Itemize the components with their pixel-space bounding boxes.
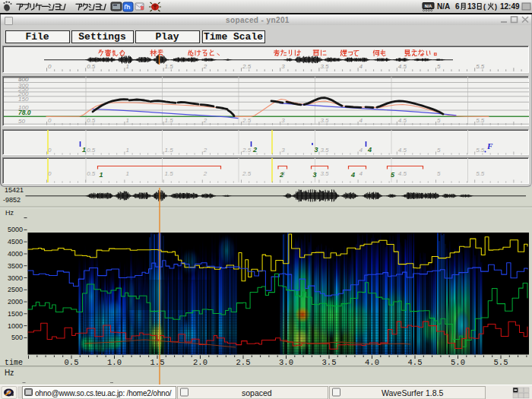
svg-text:4.5: 4.5 <box>397 117 407 124</box>
svg-text:50: 50 <box>18 118 25 125</box>
svg-text:3.5: 3.5 <box>320 146 329 153</box>
svg-text:0: 0 <box>48 170 52 177</box>
svg-text:1.5: 1.5 <box>164 117 173 124</box>
svg-text:2: 2 <box>202 62 207 69</box>
svg-text:F: F <box>486 141 493 150</box>
svg-text:0.5: 0.5 <box>65 357 79 366</box>
svg-text:5: 5 <box>437 146 441 153</box>
svg-text:2: 2 <box>252 145 257 153</box>
svg-text:5000: 5000 <box>8 226 23 233</box>
svg-text:1: 1 <box>82 145 86 153</box>
svg-text:0: 0 <box>48 146 52 153</box>
svg-text:5: 5 <box>437 62 441 69</box>
svg-text:4.5: 4.5 <box>397 62 407 69</box>
svg-text:6: 6 <box>455 2 460 11</box>
svg-text:0.5: 0.5 <box>87 62 96 69</box>
svg-text:3500: 3500 <box>8 262 23 270</box>
svg-text:5.5: 5.5 <box>476 170 485 177</box>
svg-text:1500: 1500 <box>8 310 23 318</box>
svg-text:4: 4 <box>359 117 363 124</box>
svg-text:Hz: Hz <box>5 209 14 217</box>
svg-text:3.5: 3.5 <box>320 170 329 177</box>
svg-text:1: 1 <box>125 62 128 69</box>
svg-text:1: 1 <box>125 170 128 177</box>
svg-text:4: 4 <box>359 146 363 153</box>
svg-text:3: 3 <box>281 62 285 69</box>
svg-text:4: 4 <box>359 170 363 177</box>
svg-text:0.5: 0.5 <box>87 117 96 124</box>
svg-text:500: 500 <box>11 334 23 341</box>
svg-text:5.5: 5.5 <box>494 357 508 366</box>
svg-text:3: 3 <box>281 117 285 124</box>
svg-text:5: 5 <box>437 170 441 177</box>
svg-text:Hz: Hz <box>5 369 14 377</box>
svg-text:2500: 2500 <box>8 286 23 293</box>
svg-text:2.5: 2.5 <box>242 170 252 177</box>
svg-text:N/A: N/A <box>437 2 450 11</box>
svg-text:4: 4 <box>367 145 372 153</box>
svg-text:3.5: 3.5 <box>320 62 329 69</box>
svg-text:1: 1 <box>125 117 128 124</box>
svg-text:4.0: 4.0 <box>365 357 379 366</box>
svg-text:4.5: 4.5 <box>397 170 407 177</box>
svg-text:0: 0 <box>48 117 52 124</box>
svg-text:1.5: 1.5 <box>164 146 173 153</box>
svg-text:2.0: 2.0 <box>193 357 207 366</box>
svg-text:1.5: 1.5 <box>164 62 173 69</box>
svg-text:WaveSurfer 1.8.5: WaveSurfer 1.8.5 <box>382 388 443 397</box>
svg-text:5: 5 <box>437 117 441 124</box>
svg-text:4500: 4500 <box>8 238 23 245</box>
svg-text:2.5: 2.5 <box>242 62 252 69</box>
svg-text:4.5: 4.5 <box>408 357 423 366</box>
svg-text:2: 2 <box>202 146 207 153</box>
svg-text:4.5: 4.5 <box>397 146 407 153</box>
svg-text:3.5: 3.5 <box>320 117 329 124</box>
svg-text:4: 4 <box>350 171 355 179</box>
svg-text:1.0: 1.0 <box>107 357 122 366</box>
svg-text:1.5: 1.5 <box>164 170 173 177</box>
svg-text:5.5: 5.5 <box>476 62 485 69</box>
svg-text:2.5: 2.5 <box>236 357 251 366</box>
svg-text:-9852: -9852 <box>3 196 21 204</box>
svg-text:3: 3 <box>281 146 285 153</box>
svg-text:3000: 3000 <box>8 274 23 282</box>
svg-text:12:49: 12:49 <box>500 2 520 11</box>
svg-text:5.5: 5.5 <box>476 117 485 124</box>
svg-text:3.5: 3.5 <box>322 357 337 366</box>
svg-text:2.5: 2.5 <box>242 146 252 153</box>
svg-text:2: 2 <box>279 171 283 179</box>
svg-text:2: 2 <box>202 170 207 177</box>
svg-text:13: 13 <box>467 2 477 11</box>
svg-text:1: 1 <box>99 171 103 179</box>
svg-text:1: 1 <box>125 146 128 153</box>
svg-text:150: 150 <box>18 96 29 103</box>
svg-text:): ) <box>495 3 497 11</box>
svg-text:15421: 15421 <box>5 187 24 194</box>
svg-text:4000: 4000 <box>8 250 23 258</box>
svg-text:5: 5 <box>391 171 395 179</box>
svg-text:ohno@www.so.cs.teu.ac.jp: /hom: ohno@www.so.cs.teu.ac.jp: /home2/ohno/ <box>35 389 172 397</box>
svg-text:2: 2 <box>202 117 207 124</box>
svg-text:time: time <box>5 358 23 366</box>
svg-text:5.0: 5.0 <box>451 357 465 366</box>
svg-text:4: 4 <box>359 62 363 69</box>
svg-text:2000: 2000 <box>8 298 23 306</box>
svg-text:(: ( <box>483 3 486 11</box>
svg-text:2.5: 2.5 <box>242 117 252 124</box>
svg-text:0.5: 0.5 <box>87 170 96 177</box>
svg-text:N/A: N/A <box>425 4 432 8</box>
svg-text:sopaced: sopaced <box>242 388 272 397</box>
svg-text:78.0: 78.0 <box>18 109 31 116</box>
svg-text:3: 3 <box>314 145 318 153</box>
svg-text:5.5: 5.5 <box>476 146 485 153</box>
svg-text:0: 0 <box>48 62 52 69</box>
svg-text:1000: 1000 <box>8 322 23 330</box>
svg-text:3: 3 <box>312 171 316 179</box>
svg-text:3.0: 3.0 <box>279 357 293 366</box>
svg-text:0.5: 0.5 <box>87 146 96 153</box>
